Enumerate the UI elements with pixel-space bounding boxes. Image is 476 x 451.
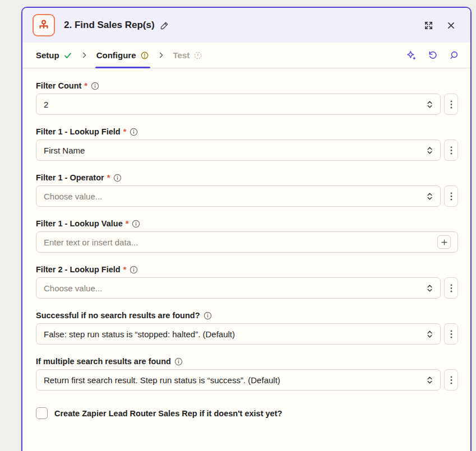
required-asterisk: * [123, 127, 127, 136]
chevron-right-icon [158, 43, 165, 68]
configure-form: Filter Count * 2 Fi [22, 68, 470, 436]
select-stepper-icon [426, 329, 433, 339]
pending-clock-icon [193, 51, 202, 60]
field-menu-button[interactable] [444, 94, 458, 115]
filter-count-select[interactable]: 2 [36, 94, 441, 115]
filter1-lookup-value-input[interactable]: Enter text or insert data... [36, 231, 458, 253]
check-icon [63, 51, 72, 60]
required-asterisk: * [84, 81, 87, 90]
tab-actions [406, 43, 459, 68]
select-stepper-icon [426, 283, 433, 293]
select-value: Return first search result. Step run sta… [44, 375, 280, 385]
required-asterisk: * [126, 219, 129, 228]
info-icon[interactable] [130, 266, 138, 274]
close-panel-button[interactable] [443, 18, 458, 32]
info-icon[interactable] [130, 128, 138, 136]
field-label: Successful if no search results are foun… [36, 311, 458, 320]
select-value: False: step run status is “stopped: halt… [44, 329, 235, 339]
field-group-no-results-behavior: Successful if no search results are foun… [36, 311, 458, 345]
required-asterisk: * [123, 265, 127, 274]
search-button[interactable] [449, 50, 459, 61]
step-config-panel: 2. Find Sales Rep(s) Setup [21, 7, 472, 451]
label-text: Filter Count [36, 81, 81, 90]
field-label: Filter 1 - Operator * [36, 173, 458, 182]
field-group-filter-count: Filter Count * 2 [36, 81, 458, 115]
select-placeholder: Choose value... [44, 192, 102, 201]
refresh-button[interactable] [427, 50, 438, 61]
field-group-filter1-lookup-value: Filter 1 - Lookup Value * Enter text or … [36, 219, 458, 253]
tab-setup[interactable]: Setup [36, 43, 72, 68]
field-menu-button[interactable] [444, 323, 458, 345]
field-menu-button[interactable] [444, 140, 458, 161]
select-value: First Name [44, 146, 85, 155]
create-if-missing-row: Create Zapier Lead Router Sales Rep if i… [36, 407, 458, 419]
label-text: Filter 2 - Lookup Field [36, 265, 121, 274]
select-stepper-icon [426, 100, 433, 109]
field-label: Filter 2 - Lookup Field * [36, 265, 458, 274]
label-text: Filter 1 - Operator [36, 173, 104, 182]
expand-panel-button[interactable] [421, 18, 436, 32]
field-group-multiple-results-behavior: If multiple search results are found Ret… [36, 357, 458, 390]
field-menu-button[interactable] [444, 369, 458, 390]
select-value: 2 [44, 100, 48, 109]
field-label: Filter 1 - Lookup Field * [36, 127, 458, 136]
panel-header: 2. Find Sales Rep(s) [22, 8, 470, 43]
field-menu-button[interactable] [444, 277, 458, 299]
field-label: If multiple search results are found [36, 357, 458, 366]
filter2-lookup-field-select[interactable]: Choose value... [36, 277, 441, 299]
info-icon[interactable] [174, 357, 183, 366]
label-text: Successful if no search results are foun… [36, 311, 200, 320]
edit-title-icon[interactable] [160, 21, 169, 30]
lead-router-app-icon [33, 14, 55, 36]
no-results-behavior-select[interactable]: False: step run status is “stopped: halt… [36, 323, 441, 345]
info-icon[interactable] [91, 82, 99, 90]
info-icon[interactable] [132, 220, 140, 228]
insert-data-button[interactable] [437, 235, 451, 249]
select-stepper-icon [426, 146, 433, 155]
create-if-missing-label[interactable]: Create Zapier Lead Router Sales Rep if i… [54, 409, 282, 418]
create-if-missing-checkbox[interactable] [36, 407, 48, 419]
step-tabbar: Setup Configure Test [22, 43, 470, 68]
tab-configure[interactable]: Configure [96, 43, 149, 68]
label-text: Filter 1 - Lookup Field [36, 127, 121, 136]
select-placeholder: Choose value... [44, 283, 102, 293]
filter1-operator-select[interactable]: Choose value... [36, 185, 441, 207]
tab-configure-label: Configure [96, 50, 136, 60]
required-asterisk: * [107, 173, 110, 182]
field-group-filter1-operator: Filter 1 - Operator * Choose value... [36, 173, 458, 207]
chevron-right-icon [81, 43, 88, 68]
tab-setup-label: Setup [36, 50, 59, 60]
field-group-filter1-lookup-field: Filter 1 - Lookup Field * First Name [36, 127, 458, 161]
info-icon[interactable] [113, 174, 122, 182]
filter1-lookup-field-select[interactable]: First Name [36, 140, 441, 161]
field-menu-button[interactable] [444, 185, 458, 207]
ai-sparkle-button[interactable] [406, 50, 417, 61]
select-stepper-icon [426, 192, 433, 201]
field-group-filter2-lookup-field: Filter 2 - Lookup Field * Choose value..… [36, 265, 458, 299]
label-text: Filter 1 - Lookup Value [36, 219, 123, 228]
tab-test-label: Test [173, 50, 190, 60]
zap-editor-canvas: { "header": { "title": "2. Find Sales Re… [0, 0, 476, 451]
tab-test[interactable]: Test [173, 43, 203, 68]
info-icon[interactable] [204, 311, 212, 320]
warning-icon [140, 51, 149, 60]
select-stepper-icon [426, 375, 433, 385]
field-label: Filter Count * [36, 81, 458, 90]
field-label: Filter 1 - Lookup Value * [36, 219, 458, 228]
label-text: If multiple search results are found [36, 357, 171, 366]
input-placeholder: Enter text or insert data... [44, 238, 138, 247]
step-title: 2. Find Sales Rep(s) [64, 20, 155, 31]
multiple-results-behavior-select[interactable]: Return first search result. Step run sta… [36, 369, 441, 390]
